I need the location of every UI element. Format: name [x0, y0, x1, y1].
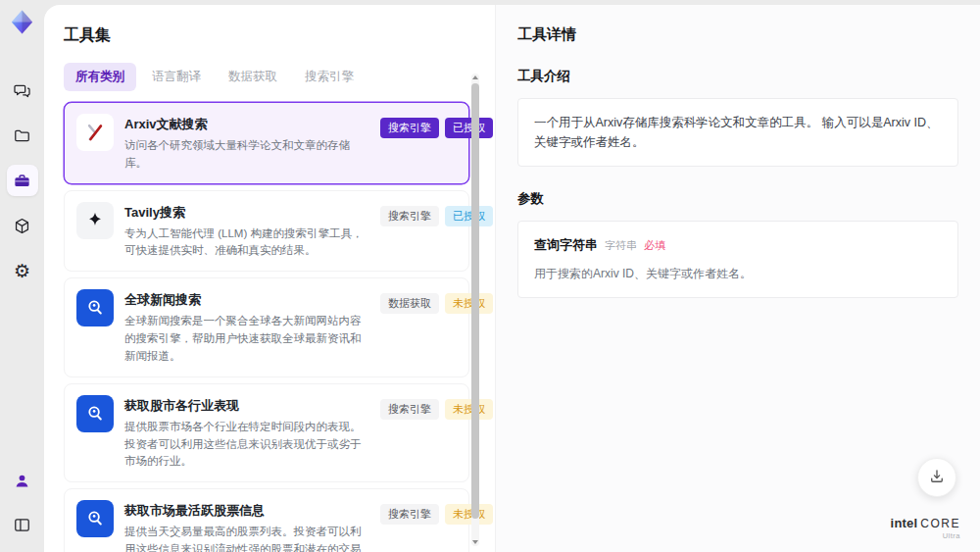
parameter-required-badge: 必填	[644, 237, 665, 255]
category-badge: 搜索引擎	[380, 399, 439, 420]
auth-badge: 未授权	[445, 399, 493, 420]
tool-description: 提供股票市场各个行业在特定时间段内的表现。投资者可以利用这些信息来识别表现优于或…	[124, 419, 369, 471]
intro-heading: 工具介绍	[517, 68, 958, 85]
tool-text: Tavily搜索 专为人工智能代理 (LLM) 构建的搜索引擎工具，可快速提供实…	[124, 202, 369, 261]
main-content: 工具集 所有类别语言翻译数据获取搜索引擎 Arxiv文献搜索 访问各个研究领域大…	[44, 5, 980, 552]
sidebar-item-panel-toggle[interactable]	[7, 509, 38, 540]
list-scrollbar[interactable]	[471, 74, 479, 546]
tool-title: Arxiv文献搜索	[124, 114, 369, 133]
tool-card[interactable]: 全球新闻搜索 全球新闻搜索是一个聚合全球各大新闻网站内容的搜索引擎，帮助用户快速…	[64, 277, 469, 376]
app-logo-icon	[9, 9, 35, 35]
tool-title: Tavily搜索	[124, 202, 369, 222]
category-tab-3[interactable]: 搜索引擎	[293, 63, 366, 91]
sidebar-item-user[interactable]	[7, 465, 38, 496]
parameter-name: 查询字符串	[534, 235, 598, 256]
arxiv-logo-icon	[76, 114, 114, 151]
intel-wordmark: intel	[891, 516, 918, 530]
sidebar-item-packages[interactable]	[7, 210, 38, 241]
auth-badge: 已授权	[445, 206, 493, 226]
sidebar-bottom	[7, 465, 38, 540]
category-tab-0[interactable]: 所有类别	[64, 63, 136, 91]
tool-description: 提供当天交易量最高的股票列表。投资者可以利用这些信息来识别流动性强的股票和潜在的…	[124, 524, 369, 552]
tool-title: 获取股市各行业表现	[124, 395, 369, 415]
sidebar-nav: ⚙	[7, 75, 38, 286]
tool-text: 获取股市各行业表现 提供股票市场各个行业在特定时间段内的表现。投资者可以利用这些…	[124, 395, 369, 471]
briefcase-icon	[13, 172, 31, 190]
download-button[interactable]	[917, 458, 956, 497]
tool-text: 全球新闻搜索 全球新闻搜索是一个聚合全球各大新闻网站内容的搜索引擎，帮助用户快速…	[124, 289, 369, 365]
tool-card[interactable]: Tavily搜索 专为人工智能代理 (LLM) 构建的搜索引擎工具，可快速提供实…	[64, 190, 469, 273]
blue-search-icon	[76, 395, 114, 432]
tool-description: 专为人工智能代理 (LLM) 构建的搜索引擎工具，可快速提供实时、准确和真实的结…	[124, 226, 369, 261]
sidebar-item-chat[interactable]	[7, 75, 38, 106]
category-tab-1[interactable]: 语言翻译	[140, 63, 213, 91]
auth-badge: 未授权	[445, 293, 493, 314]
intel-sub-label: Ultra	[891, 532, 960, 540]
category-tab-2[interactable]: 数据获取	[217, 63, 289, 91]
scrollbar-down-arrow-icon[interactable]	[472, 540, 478, 544]
intro-text: 一个用于从Arxiv存储库搜索科学论文和文章的工具。 输入可以是Arxiv ID…	[534, 116, 939, 149]
sidebar-item-files[interactable]	[7, 120, 38, 151]
tool-list: Arxiv文献搜索 访问各个研究领域大量科学论文和文章的存储库。 搜索引擎 已授…	[64, 102, 469, 552]
tool-description: 访问各个研究领域大量科学论文和文章的存储库。	[124, 137, 369, 173]
auth-badge: 已授权	[445, 118, 493, 138]
scrollbar-up-arrow-icon[interactable]	[472, 75, 478, 79]
sidebar: ⚙	[0, 0, 44, 552]
intel-core-logo: intelCORE Ultra	[891, 514, 960, 540]
tool-card[interactable]: 获取股市各行业表现 提供股票市场各个行业在特定时间段内的表现。投资者可以利用这些…	[64, 383, 469, 482]
core-wordmark: CORE	[920, 517, 960, 530]
cube-icon	[13, 217, 31, 235]
category-tabs: 所有类别语言翻译数据获取搜索引擎	[64, 63, 469, 91]
tool-card[interactable]: 获取市场最活跃股票信息 提供当天交易量最高的股票列表。投资者可以利用这些信息来识…	[64, 488, 469, 552]
parameter-type: 字符串	[605, 237, 637, 255]
category-badge: 数据获取	[380, 293, 439, 314]
panel-toggle-icon	[13, 516, 31, 534]
tool-text: Arxiv文献搜索 访问各个研究领域大量科学论文和文章的存储库。	[124, 114, 369, 173]
tool-text: 获取市场最活跃股票信息 提供当天交易量最高的股票列表。投资者可以利用这些信息来识…	[124, 500, 369, 552]
page-title: 工具集	[64, 25, 469, 46]
tools-panel: 工具集 所有类别语言翻译数据获取搜索引擎 Arxiv文献搜索 访问各个研究领域大…	[44, 5, 495, 552]
folder-icon	[13, 126, 31, 145]
auth-badge: 未授权	[445, 504, 493, 525]
tool-details-panel: 工具详情 工具介绍 一个用于从Arxiv存储库搜索科学论文和文章的工具。 输入可…	[495, 5, 980, 552]
gear-icon: ⚙	[14, 262, 30, 280]
app-window: ⚙	[0, 0, 980, 552]
chat-icon	[13, 81, 31, 100]
category-badge: 搜索引擎	[380, 206, 439, 226]
tool-card[interactable]: Arxiv文献搜索 访问各个研究领域大量科学论文和文章的存储库。 搜索引擎 已授…	[64, 102, 469, 184]
category-badge: 搜索引擎	[380, 504, 439, 525]
params-box: 查询字符串 字符串 必填 用于搜索的Arxiv ID、关键字或作者姓名。	[517, 221, 958, 298]
user-icon	[13, 472, 31, 490]
params-heading: 参数	[517, 190, 958, 208]
tool-title: 获取市场最活跃股票信息	[124, 500, 369, 520]
parameter-description: 用于搜索的Arxiv ID、关键字或作者姓名。	[534, 265, 942, 283]
details-title: 工具详情	[517, 25, 958, 44]
tool-description: 全球新闻搜索是一个聚合全球各大新闻网站内容的搜索引擎，帮助用户快速获取全球最新资…	[124, 313, 369, 365]
intro-box: 一个用于从Arxiv存储库搜索科学论文和文章的工具。 输入可以是Arxiv ID…	[517, 98, 958, 167]
parameter-item: 查询字符串 字符串 必填 用于搜索的Arxiv ID、关键字或作者姓名。	[534, 235, 942, 283]
download-icon	[928, 468, 946, 488]
scrollbar-thumb[interactable]	[471, 83, 479, 519]
blue-search-icon	[76, 500, 114, 537]
sidebar-item-settings[interactable]: ⚙	[7, 255, 38, 286]
tool-title: 全球新闻搜索	[124, 289, 369, 309]
four-point-star-icon	[76, 202, 114, 239]
blue-search-icon	[76, 289, 114, 326]
category-badge: 搜索引擎	[380, 118, 439, 138]
sidebar-item-tools[interactable]	[7, 165, 38, 196]
